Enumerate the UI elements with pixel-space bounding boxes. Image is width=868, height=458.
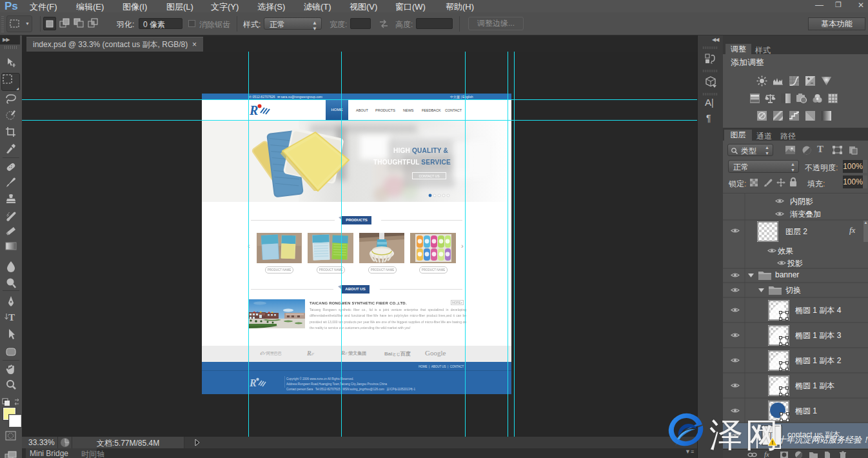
svg-text:R: R bbox=[250, 377, 257, 388]
svg-text:T: T bbox=[8, 312, 15, 323]
svg-text:!: ! bbox=[771, 439, 773, 446]
